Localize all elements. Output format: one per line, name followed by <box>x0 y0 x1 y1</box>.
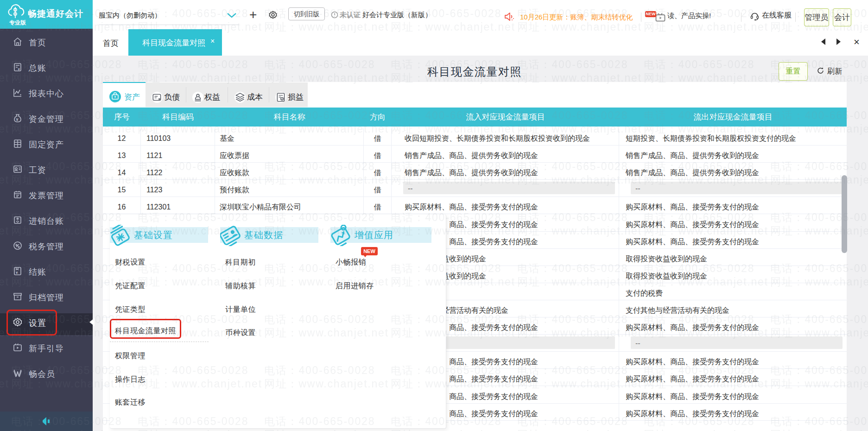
svg-text:¥: ¥ <box>18 67 20 71</box>
svg-text:¥: ¥ <box>16 271 18 275</box>
svg-text:¥: ¥ <box>16 117 19 122</box>
